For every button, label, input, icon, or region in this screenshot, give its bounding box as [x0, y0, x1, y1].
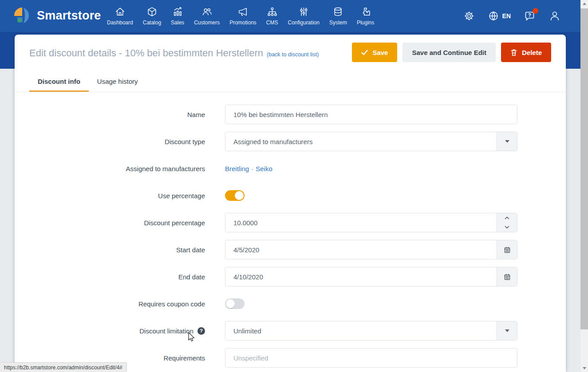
discount-limitation-dropdown-button[interactable] — [497, 321, 517, 340]
spinner-down-button[interactable] — [497, 223, 517, 232]
discount-limitation-label-text: Discount limitation — [139, 327, 193, 335]
scrollbar-thumb[interactable] — [580, 8, 588, 329]
form-row-use-percentage: Use percentage — [15, 186, 566, 205]
topnav-right: EN ? — [463, 0, 561, 32]
tab-bar: Discount info Usage history — [15, 71, 566, 92]
content-card: Edit discount details - 10% bei bestimmt… — [15, 35, 566, 372]
database-icon — [332, 6, 343, 17]
nav-label: Sales — [171, 20, 184, 26]
globe-icon — [488, 10, 499, 22]
use-percentage-label: Use percentage — [15, 192, 225, 200]
nav-item-customers[interactable]: Customers — [189, 0, 225, 32]
megaphone-icon — [237, 6, 249, 17]
nav-label: CMS — [266, 20, 278, 26]
language-selector[interactable]: EN — [488, 10, 511, 22]
manufacturer-link-seiko[interactable]: Seiko — [256, 165, 272, 172]
scroll-down-button[interactable] — [580, 364, 588, 372]
nav-label: Dashboard — [107, 20, 133, 26]
sliders-icon — [298, 6, 309, 17]
save-button-label: Save — [372, 49, 388, 56]
back-to-list-link[interactable]: (back to discount list) — [267, 51, 319, 58]
trash-icon — [510, 49, 517, 56]
start-date-input[interactable] — [225, 240, 497, 259]
discount-type-select[interactable]: Assigned to manufacturers — [225, 132, 517, 151]
help-chat-button[interactable]: ? — [524, 10, 536, 22]
delete-button[interactable]: Delete — [501, 43, 551, 62]
tab-usage-history[interactable]: Usage history — [89, 71, 146, 92]
page-title: Edit discount details - 10% bei bestimmt… — [29, 47, 263, 59]
notification-dot — [533, 8, 538, 14]
discount-limitation-value: Unlimited — [225, 321, 497, 340]
nav-item-plugins[interactable]: Plugins — [352, 0, 379, 32]
nav-label: Customers — [194, 20, 220, 26]
end-date-picker-button[interactable] — [497, 267, 517, 286]
discount-limitation-label: Discount limitation ? — [15, 327, 225, 335]
link-separator: · — [251, 165, 253, 172]
check-icon — [361, 50, 368, 55]
scroll-up-button[interactable] — [580, 0, 588, 8]
nav-label: Catalog — [143, 20, 161, 26]
nav-item-catalog[interactable]: Catalog — [138, 0, 166, 32]
nav-label: Promotions — [229, 20, 257, 26]
tab-discount-info[interactable]: Discount info — [29, 71, 89, 92]
chart-icon — [172, 6, 183, 17]
start-date-picker-button[interactable] — [497, 240, 517, 259]
page-header: Edit discount details - 10% bei bestimmt… — [29, 47, 319, 59]
discount-percentage-label: Discount percentage — [15, 219, 225, 227]
triangle-up-icon — [583, 3, 586, 5]
form-row-end-date: End date — [15, 267, 566, 286]
settings-button[interactable] — [463, 10, 475, 22]
save-and-continue-button[interactable]: Save and Continue Edit — [403, 43, 496, 62]
nav-item-cms[interactable]: CMS — [261, 0, 283, 32]
spinner-up-button[interactable] — [497, 213, 517, 223]
form-row-assigned-manufacturers: Assigned to manufacturers Breitling·Seik… — [15, 159, 566, 178]
help-icon[interactable]: ? — [197, 327, 205, 335]
number-spinner — [497, 213, 517, 232]
requires-coupon-toggle[interactable] — [225, 298, 245, 309]
calendar-icon — [504, 273, 511, 281]
vertical-scrollbar[interactable] — [580, 0, 588, 372]
nav-item-system[interactable]: System — [324, 0, 352, 32]
cube-icon — [146, 6, 158, 17]
save-button[interactable]: Save — [352, 43, 397, 62]
manufacturer-links: Breitling·Seiko — [225, 165, 272, 172]
user-icon — [549, 10, 561, 22]
assigned-manufacturers-label: Assigned to manufacturers — [15, 165, 225, 172]
requirements-label: Requirements — [15, 354, 225, 362]
requirements-input[interactable] — [225, 349, 517, 367]
use-percentage-toggle[interactable] — [225, 190, 245, 201]
delete-button-label: Delete — [522, 49, 542, 56]
puzzle-icon — [360, 6, 371, 17]
nav-label: System — [329, 20, 347, 26]
nav-item-promotions[interactable]: Promotions — [225, 0, 261, 32]
triangle-down-icon — [583, 367, 586, 369]
discount-type-label: Discount type — [15, 138, 225, 145]
discount-type-dropdown-button[interactable] — [497, 132, 517, 151]
end-date-input[interactable] — [225, 267, 497, 286]
name-input[interactable] — [225, 105, 517, 124]
nav-label: Configuration — [288, 20, 320, 26]
home-icon — [114, 6, 126, 17]
svg-text:?: ? — [528, 12, 531, 17]
form-row-discount-type: Discount type Assigned to manufacturers — [15, 132, 566, 151]
discount-form: Name Discount type Assigned to manufactu… — [15, 105, 566, 372]
brand-logo[interactable]: Smartstore — [13, 7, 101, 24]
nav-item-dashboard[interactable]: Dashboard — [102, 0, 138, 32]
chevron-down-icon — [505, 226, 509, 229]
form-row-name: Name — [15, 105, 566, 124]
user-account-button[interactable] — [549, 10, 561, 22]
end-date-label: End date — [15, 273, 225, 281]
top-navbar: Smartstore Dashboard Catalog Sales Custo… — [0, 0, 580, 32]
main-menu: Dashboard Catalog Sales Customers Promot… — [102, 0, 379, 32]
nav-label: Plugins — [357, 20, 374, 26]
nav-item-configuration[interactable]: Configuration — [283, 0, 324, 32]
toggle-knob — [235, 191, 244, 200]
requires-coupon-label: Requires coupon code — [15, 300, 225, 308]
discount-limitation-select[interactable]: Unlimited — [225, 321, 517, 341]
manufacturer-link-breitling[interactable]: Breitling — [225, 165, 249, 172]
nav-item-sales[interactable]: Sales — [166, 0, 189, 32]
chevron-up-icon — [505, 216, 509, 219]
form-row-discount-percentage: Discount percentage — [15, 213, 566, 232]
discount-percentage-input[interactable] — [225, 213, 497, 232]
calendar-icon — [504, 246, 511, 254]
